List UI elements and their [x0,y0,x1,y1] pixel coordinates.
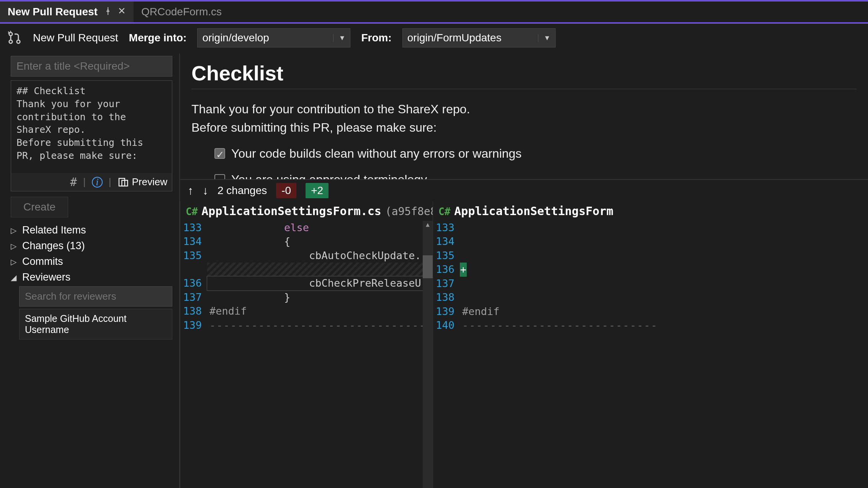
added-marker-icon: + [460,263,467,276]
preview-icon [118,176,129,188]
diff-view: C# ApplicationSettingsForm.cs (a95f8e89)… [180,201,868,488]
tab-new-pull-request[interactable]: New Pull Request [0,2,134,22]
line-number: 135 [433,249,460,263]
tree-commits[interactable]: ▷ Commits [11,255,172,268]
diff-line[interactable]: 136 cbCheckPreReleaseU [180,276,433,290]
preview-label: Preview [132,176,167,188]
preview-line: Thank you for your contribution to the S… [191,100,857,118]
diff-left-column: C# ApplicationSettingsForm.cs (a95f8e89)… [180,201,433,488]
tree-label: Reviewers [22,271,70,283]
preview-button[interactable]: Preview [118,176,167,188]
hash-icon[interactable]: # [70,175,77,189]
pr-description-box: ## Checklist Thank you for your contribu… [11,80,172,191]
diff-line[interactable]: 134 { [180,235,433,248]
svg-point-0 [9,33,12,36]
chevron-down-icon: ▼ [538,34,551,42]
reviewer-chip[interactable]: Sample GitHub Account Username [19,309,172,339]
diff-line[interactable]: 136+ [433,263,868,276]
from-dropdown[interactable]: origin/FormUpdates ▼ [402,28,556,47]
line-number: 135 [180,249,207,263]
pin-icon[interactable] [104,7,112,17]
tree-changes[interactable]: ▷ Changes (13) [11,239,172,253]
checkbox-icon[interactable] [214,174,225,180]
from-label: From: [361,32,391,44]
line-number: 138 [180,304,207,318]
csharp-icon: C# [186,206,198,217]
line-number: 134 [180,235,207,248]
diff-line[interactable]: 133 [433,221,868,235]
line-number: 138 [433,291,460,304]
preview-heading: Checklist [191,61,857,85]
diff-filename: ApplicationSettingsForm [454,204,613,218]
diff-right-column: C# ApplicationSettingsForm 133134135136+… [433,201,868,488]
diff-line[interactable]: 137 } [180,291,433,304]
change-count: 2 changes [217,184,267,197]
tree-related-items[interactable]: ▷ Related Items [11,224,172,237]
diff-line[interactable]: 140---------------------------- [433,318,868,332]
line-number: 139 [433,305,460,318]
line-number: 133 [433,221,460,235]
checkbox-checked-icon[interactable] [214,148,225,159]
pr-toolbar: New Pull Request Merge into: origin/deve… [0,24,868,54]
code-cell: ---------------------------------------- [207,318,433,332]
line-number: 137 [180,291,207,304]
prev-change-icon[interactable]: ↑ [188,184,193,197]
next-change-icon[interactable]: ↓ [203,184,208,197]
code-cell: #endif [207,304,433,318]
added-pill: +2 [306,183,329,198]
diff-line[interactable] [180,263,433,276]
diff-line[interactable]: 138 [433,291,868,304]
svg-point-2 [17,40,20,43]
preview-line: Before submitting this PR, please make s… [191,118,857,137]
diff-line[interactable]: 139-------------------------------------… [180,318,433,332]
line-number: 140 [433,318,460,332]
chevron-right-icon: ▷ [11,242,18,251]
reviewer-search-input[interactable] [19,286,172,307]
close-icon[interactable] [118,7,126,17]
code-cell: else [207,221,433,235]
toolbar-title: New Pull Request [33,32,118,44]
csharp-icon: C# [438,206,450,217]
svg-point-1 [9,40,12,43]
tree-label: Commits [22,256,63,268]
code-cell: ---------------------------- [460,318,868,332]
info-icon[interactable]: i [92,177,103,188]
diff-line[interactable]: 139#endif [433,305,868,318]
tab-title: QRCodeForm.cs [141,6,222,18]
tab-qrcodeform[interactable]: QRCodeForm.cs [134,2,229,22]
chevron-right-icon: ▷ [11,257,18,266]
chevron-down-icon: ◢ [11,273,18,282]
pull-request-icon [7,30,22,46]
line-number: 134 [433,235,460,248]
diff-line[interactable]: 133 else [180,221,433,235]
pr-description-input[interactable]: ## Checklist Thank you for your contribu… [11,81,172,173]
diff-line[interactable]: 137 [433,277,868,291]
tree-label: Related Items [22,224,86,236]
tree-label: Changes (13) [22,240,85,252]
merge-into-dropdown[interactable]: origin/develop ▼ [197,28,350,47]
merge-into-label: Merge into: [129,32,187,44]
chevron-down-icon: ▼ [333,34,346,42]
scrollbar[interactable]: ▲ [423,221,433,488]
code-cell: { [207,235,433,248]
diff-filename: ApplicationSettingsForm.cs [201,204,381,218]
diff-line[interactable]: 134 [433,235,868,248]
preview-check-label: You are using approved terminology [231,170,427,180]
code-cell [207,263,433,276]
chevron-right-icon: ▷ [11,226,18,235]
tree-reviewers[interactable]: ◢ Reviewers [11,271,172,284]
pr-form-pane: ## Checklist Thank you for your contribu… [0,54,180,488]
pr-title-input[interactable] [11,56,172,77]
diff-line[interactable]: 138#endif [180,304,433,318]
line-number: 133 [180,221,207,235]
from-value: origin/FormUpdates [407,32,502,44]
pr-tree: ▷ Related Items ▷ Changes (13) ▷ Commits… [11,224,172,339]
preview-check-item: You are using approved terminology [214,170,857,180]
diff-line[interactable]: 135 [433,249,868,263]
diff-line[interactable]: 135 cbAutoCheckUpdate.( [180,249,433,263]
line-number: 139 [180,318,207,332]
create-button[interactable]: Create [11,197,68,217]
tab-title: New Pull Request [8,6,98,18]
line-number: 136 [180,276,207,290]
code-cell: #endif [460,305,868,318]
